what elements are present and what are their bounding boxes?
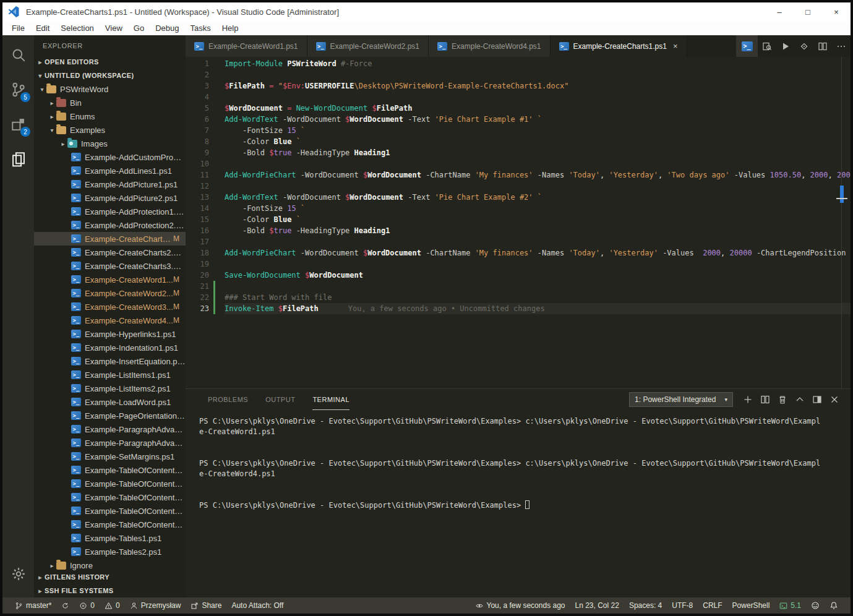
menu-go[interactable]: Go: [128, 21, 150, 35]
tree-item-file[interactable]: >_Example-CreateWord2...M: [34, 286, 186, 300]
tree-item-file[interactable]: >_Example-CreateWord4...M: [34, 314, 186, 327]
tree-item-label: Example-ListItems1.ps1: [85, 370, 171, 380]
tree-item-file[interactable]: >_Example-ListItems1.ps1: [34, 368, 186, 382]
split-editor-icon[interactable]: [813, 35, 832, 57]
status-auto-attach-off[interactable]: Auto Attach: Off: [226, 601, 288, 610]
tab-Example-CreateCharts1.ps1[interactable]: >_Example-CreateCharts1.ps1×: [551, 35, 687, 57]
tree-item-file[interactable]: >_Example-TableOfContent4.p...: [34, 504, 186, 518]
status-0[interactable]: 0: [100, 601, 125, 610]
open-preview-icon[interactable]: [758, 35, 776, 57]
tree-item-file[interactable]: >_Example-ParagraphAdvanc...: [34, 422, 186, 436]
section-ssh-file-systems[interactable]: ▸SSH FILE SYSTEMS: [34, 584, 186, 597]
tab-label: Example-CreateCharts1.ps1: [573, 42, 667, 51]
tree-item-file[interactable]: >_Example-AddCustomPrope...: [34, 150, 186, 164]
tab-Example-CreateWord2.ps1[interactable]: >_Example-CreateWord2.ps1: [307, 35, 429, 57]
status-crlf[interactable]: CRLF: [698, 601, 727, 610]
tree-item-file[interactable]: >_Example-CreateCharts2.ps1: [34, 246, 186, 259]
menu-tasks[interactable]: Tasks: [184, 21, 216, 35]
tree-item-file[interactable]: >_Example-CreateWord1...M: [34, 273, 186, 286]
status-powershell[interactable]: PowerShell: [727, 601, 775, 610]
activity-source-control-icon[interactable]: 5: [2, 75, 34, 105]
new-terminal-icon[interactable]: [739, 391, 757, 408]
menu-selection[interactable]: Selection: [55, 21, 99, 35]
tree-item-file[interactable]: >_Example-TableOfContent2.p...: [34, 477, 186, 490]
status-przemys-aw[interactable]: Przemysław: [125, 601, 186, 610]
status-sync[interactable]: [56, 602, 74, 610]
status-utf-8[interactable]: UTF-8: [667, 601, 698, 610]
status-you-a-few-seconds-ago[interactable]: You, a few seconds ago: [470, 601, 570, 610]
tab-Example-CreateWord1.ps1[interactable]: >_Example-CreateWord1.ps1: [186, 35, 307, 57]
tree-item-file[interactable]: >_Example-Indentation1.ps1: [34, 341, 186, 354]
maximize-panel-icon[interactable]: [791, 391, 808, 408]
tree-item-file[interactable]: >_Example-ListItems2.ps1: [34, 382, 186, 395]
panel-tab-terminal[interactable]: TERMINAL: [312, 389, 349, 410]
menu-edit[interactable]: Edit: [30, 21, 55, 35]
close-panel-icon[interactable]: [826, 391, 843, 408]
tree-item-folder[interactable]: ▸Images: [34, 137, 186, 150]
status-share[interactable]: Share: [186, 601, 226, 610]
powershell-session-icon[interactable]: >_: [736, 35, 758, 57]
tree-item-file[interactable]: >_Example-TableOfContent5.p...: [34, 518, 186, 531]
tree-item-folder[interactable]: ▸Enums: [34, 109, 186, 123]
tree-item-file[interactable]: >_Example-TableOfContent3.p...: [34, 490, 186, 504]
tree-item-file[interactable]: >_Example-SetMargins.ps1: [34, 450, 186, 463]
section-untitled-workspace-[interactable]: ▾UNTITLED (WORKSPACE): [34, 69, 186, 82]
tree-item-file[interactable]: >_Example-Tables1.ps1: [34, 531, 186, 545]
tree-item-folder[interactable]: ▾Examples: [34, 123, 186, 137]
more-actions-icon[interactable]: [832, 35, 851, 57]
status-bell[interactable]: [825, 601, 843, 610]
tree-item-file[interactable]: >_Example-InsertEquation.ps1: [34, 354, 186, 368]
tree-item-file[interactable]: >_Example-CreateCharts...M: [34, 232, 186, 246]
status-ln-23-col-22[interactable]: Ln 23, Col 22: [570, 601, 624, 610]
status-spaces-4[interactable]: Spaces: 4: [624, 601, 667, 610]
status-master[interactable]: master*: [10, 601, 56, 610]
status-smiley[interactable]: [806, 601, 825, 610]
section-open-editors[interactable]: ▸OPEN EDITORS: [34, 55, 186, 69]
tree-item-file[interactable]: >_Example-AddLines1.ps1: [34, 164, 186, 178]
split-terminal-icon[interactable]: [757, 391, 774, 408]
gitlens-compare-icon[interactable]: [795, 35, 813, 57]
activity-search-icon[interactable]: [2, 40, 34, 70]
overview-ruler[interactable]: [841, 57, 842, 388]
tree-item-file[interactable]: >_Example-Tables2.ps1: [34, 545, 186, 558]
minimize-button[interactable]: –: [765, 2, 794, 21]
panel-tab-problems[interactable]: PROBLEMS: [208, 389, 248, 410]
kill-terminal-icon[interactable]: [774, 391, 791, 408]
tree-item-file[interactable]: >_Example-CreateWord3...M: [34, 300, 186, 314]
tree-item-file[interactable]: >_Example-Hyperlinks1.ps1: [34, 327, 186, 341]
tree-item-file[interactable]: >_Example-ParagraphAdvanc...: [34, 436, 186, 450]
tree-item-file[interactable]: >_Example-LoadWord.ps1: [34, 395, 186, 409]
overview-cursor-marker: [836, 198, 847, 199]
activity-extensions-icon[interactable]: 2: [2, 109, 34, 139]
run-script-icon[interactable]: [776, 35, 795, 57]
menu-view[interactable]: View: [100, 21, 128, 35]
move-panel-right-icon[interactable]: [808, 391, 826, 408]
terminal-output[interactable]: PS C:\Users\pklys\OneDrive - Evotec\Supp…: [186, 410, 851, 511]
code-editor[interactable]: 1Import-Module PSWriteWord #-Force23$Fil…: [186, 57, 851, 388]
menu-help[interactable]: Help: [216, 21, 244, 35]
menu-debug[interactable]: Debug: [150, 21, 184, 35]
status-5-1[interactable]: 5.1: [774, 601, 806, 610]
tree-item-folder[interactable]: ▸Ignore: [34, 558, 186, 570]
tree-item-file[interactable]: >_Example-AddPicture2.ps1: [34, 191, 186, 205]
settings-gear-icon[interactable]: [2, 559, 34, 589]
tree-item-file[interactable]: >_Example-AddProtection2.ps1: [34, 218, 186, 232]
menu-file[interactable]: File: [6, 21, 30, 35]
section-gitlens-history[interactable]: ▸GITLENS HISTORY: [34, 570, 186, 584]
status-0[interactable]: 0: [74, 601, 100, 610]
tree-item-file[interactable]: >_Example-CreateCharts3.ps1: [34, 259, 186, 273]
tree-item-folder[interactable]: ▾PSWriteWord: [34, 82, 186, 96]
close-button[interactable]: ×: [822, 2, 851, 21]
terminal-select[interactable]: 1: PowerShell Integrated ▾: [629, 392, 733, 407]
terminal-line: PS C:\Users\pklys\OneDrive - Evotec\Supp…: [199, 500, 851, 511]
tree-item-file[interactable]: >_Example-AddPicture1.ps1: [34, 178, 186, 191]
close-icon[interactable]: ×: [673, 41, 678, 51]
tree-item-folder[interactable]: ▸Bin: [34, 96, 186, 109]
tree-item-file[interactable]: >_Example-AddProtection1.ps1: [34, 205, 186, 218]
tab-Example-CreateWord4.ps1[interactable]: >_Example-CreateWord4.ps1: [429, 35, 551, 57]
tree-item-file[interactable]: >_Example-TableOfContent1.p...: [34, 463, 186, 477]
maximize-button[interactable]: □: [794, 2, 822, 21]
activity-explorer-icon[interactable]: [2, 144, 34, 174]
panel-tab-output[interactable]: OUTPUT: [265, 389, 295, 410]
tree-item-file[interactable]: >_Example-PageOrientation.p...: [34, 409, 186, 422]
